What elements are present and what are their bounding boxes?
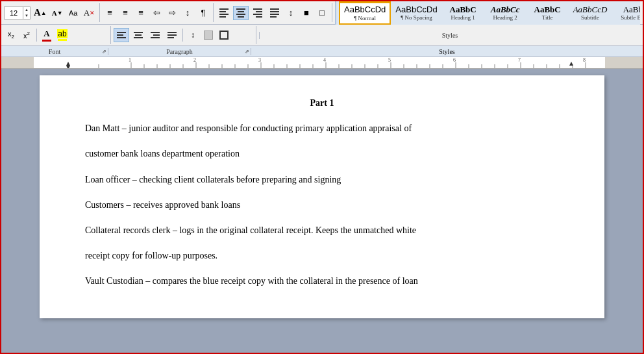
paragraph-1: Dan Matt – junior auditor and responsibl… xyxy=(85,120,559,136)
shrink-font-button[interactable]: A▼ xyxy=(50,6,65,20)
align-center-button2[interactable] xyxy=(130,28,146,42)
change-case-icon: Aa xyxy=(69,9,77,17)
svg-text:4: 4 xyxy=(323,57,326,63)
toolbar-row2: x2 x2 A ab xyxy=(1,25,643,45)
document-page: Part 1 Dan Matt – junior auditor and res… xyxy=(40,75,604,318)
shrink-font-icon: A xyxy=(52,9,57,17)
styles-gallery: AaBbCcDd ¶ Normal AaBbCcDd ¶ No Spacing … xyxy=(335,1,640,25)
multilevel-list-button[interactable]: ≡ xyxy=(134,6,148,20)
numbering-button[interactable]: ≡ xyxy=(118,6,132,20)
style-heading1[interactable]: AaBbC Heading 1 xyxy=(442,1,484,25)
highlight-ab-icon: ab xyxy=(57,29,67,38)
font-size-input[interactable] xyxy=(5,7,23,19)
font-size-down-arrow[interactable]: ▼ xyxy=(23,13,30,19)
alignment-group: ↕ ■ □ xyxy=(216,3,332,22)
justify-icon xyxy=(269,6,280,19)
paragraph-2: customer bank loans department operation xyxy=(85,145,559,162)
grow-font-icon: A xyxy=(34,7,41,18)
align-left-icon xyxy=(218,6,230,19)
style-no-spacing-preview: AaBbCcDd xyxy=(395,5,437,15)
justify-icon2 xyxy=(166,30,178,40)
paragraph-6: receipt copy for follow-up purposes. xyxy=(85,247,559,264)
align-right-icon xyxy=(252,6,264,19)
highlight-color-bar xyxy=(58,39,67,41)
clear-formatting-icon: A xyxy=(84,8,90,18)
font-section-label: Font ⇗ xyxy=(1,48,108,55)
svg-text:7: 7 xyxy=(518,57,521,63)
style-subtitle-preview: AaBbCcD xyxy=(573,5,608,15)
font-size-box[interactable]: ▲ ▼ xyxy=(4,6,31,19)
svg-rect-0 xyxy=(1,57,34,68)
highlight-button[interactable]: ab xyxy=(55,28,69,42)
paragraph-5: Collateral records clerk – logs in the o… xyxy=(85,222,559,238)
paragraph-7: Vault Custodian – compares the blue rece… xyxy=(85,273,559,289)
style-heading1-label: Heading 1 xyxy=(451,14,475,21)
style-heading2-preview: AaBbCc xyxy=(491,5,520,15)
align-center-icon xyxy=(235,6,247,19)
style-heading2-label: Heading 2 xyxy=(493,14,517,21)
superscript-button[interactable]: x2 xyxy=(19,28,34,42)
ruler-inner: 1 2 3 4 xyxy=(1,57,643,68)
style-title-preview: AaBbC xyxy=(534,5,561,15)
subscript-button[interactable]: x2 xyxy=(4,28,18,42)
borders-button2[interactable] xyxy=(217,28,231,42)
paragraph-label-text: Paragraph xyxy=(166,48,193,55)
align-left-button2[interactable] xyxy=(114,28,129,42)
style-no-spacing[interactable]: AaBbCcDd ¶ No Spacing xyxy=(391,1,441,25)
superscript-icon: x2 xyxy=(23,31,30,40)
shading-button2[interactable] xyxy=(201,28,216,42)
ruler-svg: 1 2 3 4 xyxy=(1,57,643,68)
clear-formatting-button[interactable]: A✕ xyxy=(82,6,97,20)
style-normal[interactable]: AaBbCcDd ¶ Normal xyxy=(339,1,391,25)
line-spacing-button[interactable]: ↕ xyxy=(284,6,298,20)
borders-icon: □ xyxy=(319,8,325,18)
sort-icon: ↕ xyxy=(186,8,190,18)
paragraph-4: Customers – receives approved bank loans xyxy=(85,197,559,213)
style-no-spacing-label: ¶ No Spacing xyxy=(401,14,432,21)
shading-swatch-icon xyxy=(204,31,213,40)
shading-button[interactable]: ■ xyxy=(299,6,314,20)
bullets-icon: ≡ xyxy=(107,8,112,18)
paragraph-section-expand-icon[interactable]: ⇗ xyxy=(245,49,249,55)
borders-button[interactable]: □ xyxy=(315,6,329,20)
page-content: Part 1 Dan Matt – junior auditor and res… xyxy=(85,95,559,290)
grow-font-button[interactable]: A▲ xyxy=(32,6,49,20)
style-title[interactable]: AaBbC Title xyxy=(526,1,569,25)
font-size-up-arrow[interactable]: ▲ xyxy=(23,7,30,13)
svg-rect-2 xyxy=(605,57,643,68)
show-paragraph-button[interactable]: ¶ xyxy=(196,6,210,20)
align-right-button[interactable] xyxy=(250,6,266,20)
styles-section-text: Styles xyxy=(442,32,458,39)
font-size-group: ▲ ▼ A▲ A▼ Aa A✕ xyxy=(4,3,100,22)
line-spacing-button2[interactable]: ↕ xyxy=(186,28,200,42)
align-left-button[interactable] xyxy=(216,6,232,20)
align-center-button[interactable] xyxy=(233,6,249,20)
svg-text:3: 3 xyxy=(258,57,261,63)
svg-text:6: 6 xyxy=(453,57,456,63)
justify-button[interactable] xyxy=(267,6,282,20)
decrease-indent-button[interactable]: ⇦ xyxy=(149,6,164,20)
styles-gallery-container: AaBbCcDd ¶ Normal AaBbCcDd ¶ No Spacing … xyxy=(335,1,640,25)
shading-icon: ■ xyxy=(304,8,309,18)
styles-label-row2: Styles xyxy=(259,32,640,39)
font-section-expand-icon[interactable]: ⇗ xyxy=(102,49,106,55)
increase-indent-button[interactable]: ⇨ xyxy=(165,6,179,20)
style-subtle[interactable]: AaBb Subtle E... xyxy=(612,1,640,25)
font-color-button[interactable]: A xyxy=(40,28,54,42)
align-center-icon2 xyxy=(132,30,144,40)
style-subtitle[interactable]: AaBbCcD Subtitle xyxy=(569,1,612,25)
font-color-a-icon: A xyxy=(43,29,49,39)
subscript-icon: x2 xyxy=(8,30,14,40)
style-heading2[interactable]: AaBbCc Heading 2 xyxy=(484,1,526,25)
bullets-button[interactable]: ≡ xyxy=(103,6,117,20)
align-right-button2[interactable] xyxy=(147,28,163,42)
multilevel-list-icon: ≡ xyxy=(138,8,143,18)
align-left-icon2 xyxy=(116,30,127,40)
document-title: Part 1 xyxy=(85,95,559,111)
sort-button[interactable]: ↕ xyxy=(180,6,195,20)
ruler: 1 2 3 4 xyxy=(1,57,643,69)
justify-button2[interactable] xyxy=(164,28,180,42)
change-case-button[interactable]: Aa xyxy=(66,6,80,20)
svg-text:2: 2 xyxy=(193,57,196,63)
style-heading1-preview: AaBbC xyxy=(450,5,477,15)
